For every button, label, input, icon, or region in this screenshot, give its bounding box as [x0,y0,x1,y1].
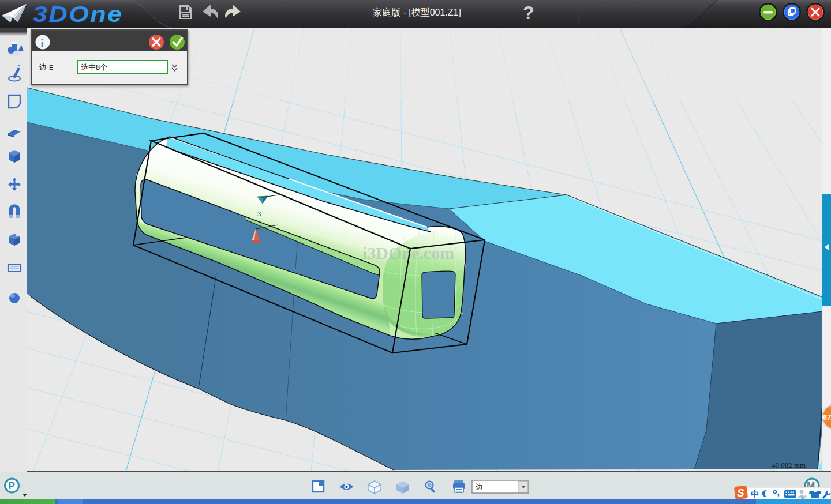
svg-text:选中8个: 选中8个 [81,63,107,72]
svg-text:P: P [9,480,15,491]
svg-text:E: E [49,64,53,71]
svg-text:边: 边 [476,483,483,491]
svg-text:S: S [737,487,744,499]
svg-text:3: 3 [257,209,261,218]
svg-text:家庭版 - [模型001.Z1]: 家庭版 - [模型001.Z1] [373,7,461,17]
svg-text:中: 中 [751,489,759,499]
svg-text:?: ? [523,2,534,23]
svg-text:67: 67 [823,413,831,422]
svg-text:i: i [40,36,44,50]
svg-text:3DOne: 3DOne [33,2,123,27]
svg-text:40.082 mm: 40.082 mm [772,461,806,469]
svg-text:边: 边 [39,63,47,72]
svg-text:14: 14 [801,494,807,500]
